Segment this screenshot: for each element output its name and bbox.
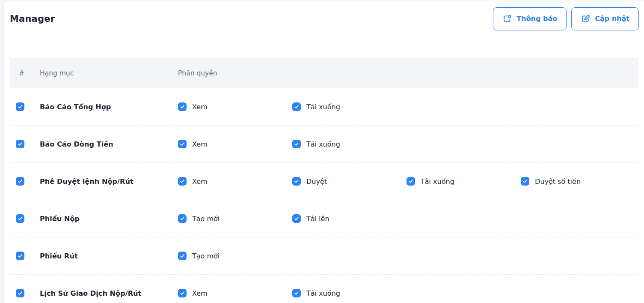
permission-checkbox[interactable] [178, 252, 187, 260]
permission-label: Tạo mới [192, 252, 220, 260]
header-actions: Thông báo Cập nhật [493, 7, 639, 30]
permission-cell: Xem [178, 102, 292, 111]
permission-label: Xem [192, 289, 208, 297]
row-label: Báo Cáo Dòng Tiền [40, 140, 178, 148]
edit-icon [581, 14, 590, 24]
permission-checkbox[interactable] [178, 289, 187, 297]
permissions-table: # Hạng mục Phân quyền Báo Cáo Tổng Hợp X… [10, 58, 638, 303]
check-icon [294, 216, 300, 222]
permission-label: Tải xuống [306, 140, 340, 148]
row-checkbox[interactable] [16, 140, 24, 148]
permission-cell: Tải xuống [407, 177, 521, 186]
permission-checkbox[interactable] [292, 102, 301, 111]
permission-cell: Xem [178, 177, 292, 186]
notify-button-label: Thông báo [516, 15, 557, 23]
panel-header: Manager Thông báo Cập nh [4, 0, 644, 37]
permission-cell: Duyệt số tiền [521, 177, 638, 186]
check-icon [294, 141, 300, 147]
check-icon [179, 178, 185, 184]
row-label: Phê Duyệt lệnh Nộp/Rút [40, 177, 178, 186]
check-icon [522, 178, 528, 184]
column-header-permissions: Phân quyền [178, 69, 292, 77]
permission-checkbox[interactable] [178, 140, 187, 148]
permission-label: Tải xuống [306, 103, 340, 111]
row-checkbox[interactable] [16, 252, 24, 260]
table-row: Phê Duyệt lệnh Nộp/Rút Xem Duyệt Tải xuố… [10, 163, 638, 200]
permission-checkbox[interactable] [521, 177, 529, 186]
permission-label: Xem [192, 103, 208, 111]
check-icon [408, 178, 414, 184]
row-checkbox[interactable] [16, 102, 24, 111]
check-icon [17, 253, 23, 259]
permission-checkbox[interactable] [178, 177, 187, 186]
column-header-num: # [16, 69, 40, 77]
permission-checkbox[interactable] [292, 214, 301, 223]
permission-checkbox[interactable] [292, 177, 301, 186]
permission-label: Tải xuống [421, 177, 454, 186]
permission-cell: Xem [178, 289, 292, 297]
check-icon [179, 253, 185, 259]
permission-label: Duyệt [306, 177, 327, 186]
row-checkbox[interactable] [16, 214, 24, 223]
permission-label: Xem [192, 140, 208, 148]
row-checkbox[interactable] [16, 289, 24, 297]
table-row: Phiếu Nộp Tạo mới Tải lên [10, 200, 638, 237]
permission-cell: Tải xuống [292, 289, 407, 297]
check-icon [17, 104, 23, 110]
update-button-label: Cập nhật [595, 15, 629, 23]
permission-checkbox[interactable] [292, 289, 301, 297]
permission-label: Tải xuống [306, 289, 340, 297]
row-label: Phiếu Rút [40, 252, 178, 260]
page-title: Manager [10, 14, 55, 24]
check-icon [179, 104, 185, 110]
check-icon [179, 216, 185, 222]
permission-checkbox[interactable] [178, 214, 187, 223]
permission-checkbox[interactable] [407, 177, 415, 186]
check-icon [17, 290, 23, 296]
permission-label: Tải lên [306, 215, 329, 223]
permission-label: Duyệt số tiền [535, 177, 581, 186]
table-body: Báo Cáo Tổng Hợp Xem Tải xuống Báo Cáo D… [10, 88, 638, 303]
check-icon [179, 290, 185, 296]
row-label: Báo Cáo Tổng Hợp [40, 103, 178, 111]
permission-cell: Xem [178, 140, 292, 148]
permission-cell: Tạo mới [178, 252, 292, 260]
row-checkbox[interactable] [16, 177, 24, 186]
permission-cell: Duyệt [292, 177, 407, 186]
table-row: Lịch Sử Giao Dịch Nộp/Rút Xem Tải xuống [10, 275, 638, 303]
manager-panel: Manager Thông báo Cập nh [3, 0, 644, 303]
permission-cell: Tạo mới [178, 214, 292, 223]
table-row: Báo Cáo Tổng Hợp Xem Tải xuống [10, 88, 638, 126]
check-icon [294, 178, 300, 184]
check-icon [17, 216, 23, 222]
permission-label: Xem [192, 177, 208, 186]
check-icon [294, 104, 300, 110]
table-header-row: # Hạng mục Phân quyền [10, 58, 638, 88]
check-icon [294, 290, 300, 296]
permission-checkbox[interactable] [292, 140, 301, 148]
check-icon [179, 141, 185, 147]
row-label: Phiếu Nộp [40, 215, 178, 223]
column-header-category: Hạng mục [40, 69, 178, 77]
permission-cell: Tải lên [292, 214, 407, 223]
notify-button[interactable]: Thông báo [493, 7, 567, 30]
table-row: Báo Cáo Dòng Tiền Xem Tải xuống [10, 126, 638, 163]
table-row: Phiếu Rút Tạo mới [10, 237, 638, 275]
notification-icon [502, 14, 512, 24]
permission-label: Tạo mới [192, 215, 220, 223]
permission-cell: Tải xuống [292, 140, 407, 148]
check-icon [17, 141, 23, 147]
permission-checkbox[interactable] [178, 102, 187, 111]
permission-cell: Tải xuống [292, 102, 407, 111]
row-label: Lịch Sử Giao Dịch Nộp/Rút [40, 289, 178, 297]
check-icon [17, 178, 23, 184]
update-button[interactable]: Cập nhật [571, 7, 639, 30]
